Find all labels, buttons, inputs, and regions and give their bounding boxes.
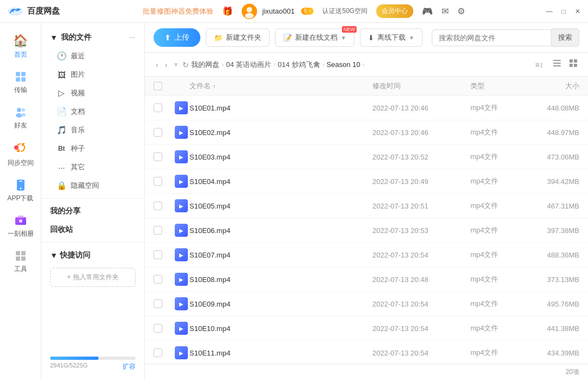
more-icon[interactable]: ··· <box>129 33 136 42</box>
panel-item-music[interactable]: 🎵 音乐 <box>41 121 144 139</box>
offline-download-button[interactable]: ⬇ 离线下载 ▼ <box>360 28 422 47</box>
grid-view-button[interactable] <box>567 57 579 72</box>
mp4-icon-0: ▶ <box>175 101 188 114</box>
file-thumb-6: ▶ <box>173 248 189 261</box>
sidebar-item-friends[interactable]: 好友 <box>0 100 41 136</box>
checkbox-4[interactable] <box>154 201 162 210</box>
row-checkbox-10[interactable] <box>154 348 173 357</box>
play-icon-6: ▶ <box>179 252 183 258</box>
breadcrumb-path1[interactable]: 04 英语动画片 <box>226 60 271 70</box>
checkbox-9[interactable] <box>154 324 162 333</box>
maximize-button[interactable]: □ <box>560 8 567 15</box>
minimize-button[interactable]: — <box>546 8 553 15</box>
file-time-5: 2022-07-13 20:53 <box>372 226 470 235</box>
sync-notification-dot <box>14 145 19 150</box>
header-size[interactable]: 大小 <box>525 81 579 91</box>
row-checkbox-0[interactable] <box>154 103 173 112</box>
row-checkbox-1[interactable] <box>154 128 173 137</box>
file-time-9: 2022-07-13 20:54 <box>372 324 470 333</box>
sidebar-item-home[interactable]: 🏠 首页 <box>0 28 41 65</box>
play-icon-5: ▶ <box>179 228 183 234</box>
svg-point-13 <box>21 113 26 117</box>
row-checkbox-4[interactable] <box>154 201 173 210</box>
expand-storage-button[interactable]: 扩容 <box>122 362 136 371</box>
row-checkbox-5[interactable] <box>154 226 173 235</box>
checkbox-5[interactable] <box>154 226 162 235</box>
file-thumb-10: ▶ <box>173 346 189 359</box>
table-row[interactable]: ▶ S10E06.mp4 2022-07-13 20:53 mp4文件 397.… <box>145 218 588 243</box>
back-button[interactable]: ‹ <box>154 59 161 70</box>
my-files-section[interactable]: ▼ 我的文件 ··· <box>41 28 144 47</box>
settings-icon[interactable]: ⚙ <box>457 6 465 16</box>
svg-point-19 <box>19 219 22 223</box>
table-row[interactable]: ▶ S10E09.mp4 2022-07-13 20:54 mp4文件 495.… <box>145 292 588 316</box>
search-button[interactable]: 搜索 <box>552 28 579 47</box>
row-checkbox-7[interactable] <box>154 275 173 284</box>
row-checkbox-6[interactable] <box>154 250 173 259</box>
promo-link[interactable]: 批量修图神器免费体验 <box>143 7 213 16</box>
svg-rect-18 <box>18 216 23 218</box>
checkbox-8[interactable] <box>154 299 162 308</box>
select-all-checkbox[interactable] <box>154 82 162 90</box>
svg-rect-8 <box>16 77 20 82</box>
panel-item-recycle[interactable]: 回收站 <box>41 220 144 239</box>
app-title: 百度网盘 <box>27 6 60 16</box>
table-row[interactable]: ▶ S10E11.mp4 2022-07-13 20:54 mp4文件 434.… <box>145 341 588 364</box>
checkbox-7[interactable] <box>154 275 162 284</box>
row-checkbox-2[interactable] <box>154 152 173 161</box>
sidebar-item-sync[interactable]: 同步空间 <box>0 136 41 173</box>
refresh-button[interactable]: ↻ <box>182 60 189 69</box>
table-row[interactable]: ▶ S10E08.mp4 2022-07-13 20:48 mp4文件 373.… <box>145 267 588 292</box>
checkbox-1[interactable] <box>154 128 162 137</box>
close-button[interactable]: ✕ <box>574 8 581 15</box>
table-row[interactable]: ▶ S10E10.mp4 2022-07-13 20:54 mp4文件 441.… <box>145 316 588 341</box>
mail-icon[interactable]: ✉ <box>442 6 449 16</box>
header-check[interactable] <box>154 82 173 90</box>
breadcrumb-path2[interactable]: 014 炒鸡飞禽 <box>278 60 320 70</box>
table-row[interactable]: ▶ S10E07.mp4 2022-07-13 20:54 mp4文件 488.… <box>145 243 588 267</box>
row-checkbox-3[interactable] <box>154 177 173 186</box>
search-input[interactable] <box>432 29 552 46</box>
checkbox-0[interactable] <box>154 103 162 112</box>
sidebar-item-app[interactable]: APP下载 <box>0 173 41 209</box>
panel-item-private[interactable]: 🔒 隐藏空间 <box>41 176 144 195</box>
forward-button[interactable]: › <box>163 59 170 70</box>
list-view-button[interactable] <box>551 57 563 72</box>
checkbox-10[interactable] <box>154 348 162 357</box>
header-name[interactable]: 文件名 ↑ <box>189 81 372 91</box>
vip-center-button[interactable]: 会员中心 <box>376 4 413 18</box>
add-folder-button[interactable]: + 拖入常用文件夹 <box>50 268 136 287</box>
game-icon[interactable]: 🎮 <box>422 6 433 16</box>
panel-item-photos[interactable]: 🖼 图片 <box>41 65 144 84</box>
promo-area: 批量修图神器免费体验 🎁 jixutao001 5 ↑ 认证送50G空间 会员中… <box>71 4 537 19</box>
panel-item-docs[interactable]: 📄 文档 <box>41 102 144 121</box>
new-folder-button[interactable]: 📁 新建文件夹 <box>206 28 270 47</box>
sidebar-item-album[interactable]: 一刻相册 <box>0 209 41 244</box>
sort-button[interactable]: ≡↕ <box>532 59 547 70</box>
table-row[interactable]: ▶ S10E04.mp4 2022-07-13 20:49 mp4文件 394.… <box>145 169 588 194</box>
upload-button[interactable]: ⬆ 上传 <box>154 28 200 47</box>
panel-item-other[interactable]: ··· 其它 <box>41 158 144 176</box>
checkbox-3[interactable] <box>154 177 162 186</box>
file-name-6: S10E07.mp4 <box>189 251 372 259</box>
header-type[interactable]: 类型 <box>470 81 525 91</box>
row-checkbox-8[interactable] <box>154 299 173 308</box>
panel-item-recent[interactable]: 🕐 最近 <box>41 47 144 65</box>
table-row[interactable]: ▶ S10E05.mp4 2022-07-13 20:51 mp4文件 467.… <box>145 194 588 218</box>
table-row[interactable]: ▶ S10E01.mp4 2022-07-13 20:46 mp4文件 448.… <box>145 96 588 120</box>
header-time[interactable]: 修改时间 <box>372 81 470 91</box>
breadcrumb-root[interactable]: 我的网盘 <box>191 60 219 70</box>
file-list-header: 文件名 ↑ 修改时间 类型 大小 <box>145 77 588 96</box>
checkbox-2[interactable] <box>154 152 162 161</box>
cert-link[interactable]: 认证送50G空间 <box>322 7 367 16</box>
mp4-icon-6: ▶ <box>175 248 188 261</box>
table-row[interactable]: ▶ S10E03.mp4 2022-07-13 20:52 mp4文件 473.… <box>145 145 588 169</box>
panel-item-seeds[interactable]: Bt 种子 <box>41 139 144 158</box>
checkbox-6[interactable] <box>154 250 162 259</box>
row-checkbox-9[interactable] <box>154 324 173 333</box>
sidebar-item-tools[interactable]: 工具 <box>0 244 41 279</box>
table-row[interactable]: ▶ S10E02.mp4 2022-07-13 20:46 mp4文件 448.… <box>145 120 588 145</box>
sidebar-item-transfer[interactable]: 传输 <box>0 65 41 100</box>
panel-item-videos[interactable]: ▷ 视频 <box>41 84 144 102</box>
panel-item-share[interactable]: 我的分享 <box>41 202 144 220</box>
